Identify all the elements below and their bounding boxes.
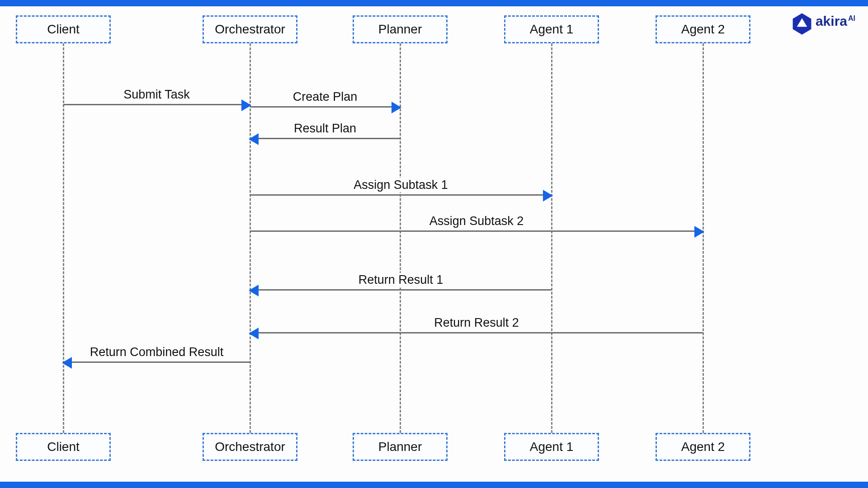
- participant-orchestrator-top: Orchestrator: [203, 15, 297, 43]
- message-3: Assign Subtask 1: [250, 194, 552, 196]
- lifeline-agent2: [703, 43, 704, 433]
- message-label: Create Plan: [288, 90, 362, 104]
- arrowhead-icon: [249, 328, 259, 339]
- message-label: Return Result 2: [429, 316, 524, 330]
- message-5: Return Result 1: [250, 289, 552, 291]
- message-label: Assign Subtask 2: [425, 214, 528, 228]
- arrowhead-icon: [694, 226, 704, 238]
- arrowhead-icon: [543, 190, 553, 202]
- participant-agent2-bottom: Agent 2: [656, 433, 750, 461]
- message-0: Submit Task: [63, 104, 250, 105]
- message-4: Assign Subtask 2: [250, 230, 703, 232]
- message-1: Create Plan: [250, 106, 400, 108]
- arrowhead-icon: [241, 99, 251, 111]
- brand-suffix: AI: [848, 14, 855, 22]
- brand-name: akira: [816, 14, 847, 28]
- participant-agent1-top: Agent 1: [504, 15, 599, 43]
- participant-client-top: Client: [16, 15, 111, 43]
- message-7: Return Combined Result: [63, 361, 250, 363]
- participant-agent1-bottom: Agent 1: [504, 433, 599, 461]
- arrowhead-icon: [62, 357, 72, 369]
- arrowhead-icon: [392, 102, 401, 113]
- message-label: Result Plan: [289, 122, 361, 136]
- message-label: Return Result 1: [354, 273, 448, 287]
- message-label: Assign Subtask 1: [349, 178, 453, 192]
- brand-hex-icon: [792, 13, 812, 30]
- message-label: Submit Task: [119, 88, 194, 102]
- lifeline-client: [63, 43, 64, 433]
- arrowhead-icon: [249, 285, 259, 296]
- bottom-accent-bar: [0, 482, 868, 488]
- top-accent-bar: [0, 0, 868, 6]
- brand-logo: akiraAI: [792, 13, 855, 30]
- message-label: Return Combined Result: [85, 345, 228, 359]
- lifeline-agent1: [551, 43, 552, 433]
- participant-orchestrator-bottom: Orchestrator: [203, 433, 297, 461]
- participant-client-bottom: Client: [16, 433, 111, 461]
- participant-planner-bottom: Planner: [353, 433, 448, 461]
- arrowhead-icon: [249, 133, 259, 145]
- participant-agent2-top: Agent 2: [656, 15, 750, 43]
- message-2: Result Plan: [250, 138, 400, 139]
- participant-planner-top: Planner: [353, 15, 448, 43]
- message-6: Return Result 2: [250, 332, 703, 333]
